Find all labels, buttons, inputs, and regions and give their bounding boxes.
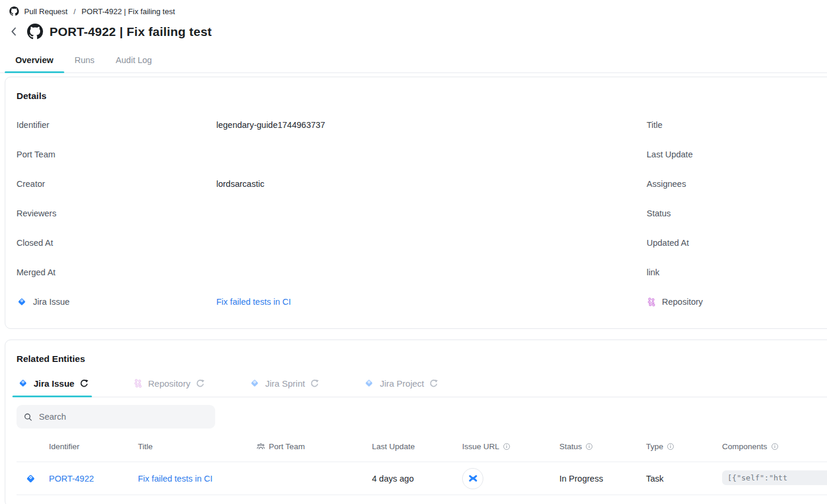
row-title-link[interactable]: Fix failed tests in CI <box>138 474 213 483</box>
github-icon <box>9 6 19 16</box>
jira-icon <box>364 378 374 388</box>
repository-icon <box>133 378 143 388</box>
identifier-value: legendary-guide1744963737 <box>216 120 647 130</box>
issue-url-icon <box>468 473 478 483</box>
detail-row-creator: Creator lordsarcastic <box>17 169 647 199</box>
tab-runs[interactable]: Runs <box>64 50 106 73</box>
related-entities-heading: Related Entities <box>17 340 827 364</box>
row-status: In Progress <box>559 474 646 483</box>
search-input[interactable] <box>38 411 208 422</box>
explore-graph-icon[interactable] <box>196 379 205 388</box>
detail-row-port-team: Port Team <box>17 140 647 169</box>
col-port-team[interactable]: Port Team <box>256 442 372 451</box>
detail-row-reviewers: Reviewers <box>17 199 647 228</box>
explore-graph-icon[interactable] <box>80 379 88 388</box>
table-row[interactable]: PORT-4922 Fix failed tests in CI 4 days … <box>17 462 827 495</box>
row-identifier-link[interactable]: PORT-4922 <box>49 474 94 483</box>
detail-row-updated-at: Updated At <box>647 228 827 258</box>
detail-row-last-update: Last Update <box>647 140 827 169</box>
issue-url-favicon-badge[interactable] <box>462 468 483 489</box>
detail-row-merged-at: Merged At <box>17 258 647 287</box>
info-icon[interactable] <box>585 443 593 450</box>
row-last-update: 4 days ago <box>372 474 462 483</box>
repository-icon <box>647 297 656 307</box>
search-icon <box>24 413 32 421</box>
detail-row-assignees: Assignees <box>647 169 827 199</box>
jira-issue-link[interactable]: Fix failed tests in CI <box>216 297 291 307</box>
details-left-column: Identifier legendary-guide1744963737 Por… <box>17 110 647 317</box>
col-title[interactable]: Title <box>138 442 256 451</box>
details-right-column: Title Last Update Assignees Status Updat… <box>647 110 827 317</box>
github-icon <box>27 24 43 39</box>
related-entities-card: Related Entities Jira Issue Repository J… <box>5 340 827 504</box>
explore-graph-icon[interactable] <box>310 379 319 388</box>
row-type: Task <box>646 474 722 483</box>
detail-row-identifier: Identifier legendary-guide1744963737 <box>17 110 647 140</box>
col-identifier[interactable]: Identifier <box>49 442 138 451</box>
jira-icon <box>25 473 37 485</box>
col-issue-url[interactable]: Issue URL <box>462 442 559 451</box>
team-icon <box>256 442 265 451</box>
breadcrumb-section[interactable]: Pull Request <box>24 7 68 16</box>
detail-row-title: Title <box>647 110 827 140</box>
details-card: Details Identifier legendary-guide174496… <box>5 77 827 329</box>
back-button[interactable] <box>7 25 21 38</box>
col-type[interactable]: Type <box>646 442 722 451</box>
tab-overview[interactable]: Overview <box>5 50 64 73</box>
breadcrumb-page: PORT-4922 | Fix failing test <box>81 7 174 16</box>
entity-tab-jira-sprint[interactable]: Jira Sprint <box>248 372 321 397</box>
detail-row-closed-at: Closed At <box>17 228 647 258</box>
entity-tab-repository[interactable]: Repository <box>132 372 206 397</box>
detail-row-link: link <box>647 258 827 287</box>
details-heading: Details <box>17 77 827 101</box>
info-icon[interactable] <box>771 443 779 450</box>
entity-tab-jira-project[interactable]: Jira Project <box>363 372 439 397</box>
table-header: Identifier Title Port Team Last Update I… <box>17 431 827 462</box>
jira-icon <box>249 378 260 388</box>
breadcrumb-separator: / <box>73 7 77 16</box>
row-components-chip[interactable]: [{"self":"htt <box>722 470 827 485</box>
jira-icon <box>17 297 27 307</box>
creator-value: lordsarcastic <box>216 179 647 189</box>
related-search[interactable] <box>17 405 215 429</box>
explore-graph-icon[interactable] <box>429 379 438 388</box>
title-row: PORT-4922 | Fix failing test <box>0 16 827 39</box>
tab-audit-log[interactable]: Audit Log <box>105 50 162 73</box>
breadcrumb: Pull Request / PORT-4922 | Fix failing t… <box>0 0 827 16</box>
detail-row-status: Status <box>647 199 827 228</box>
info-icon[interactable] <box>667 443 674 450</box>
top-tabs: Overview Runs Audit Log <box>0 50 827 73</box>
details-grid: Identifier legendary-guide1744963737 Por… <box>17 101 827 328</box>
related-entity-tabs: Jira Issue Repository Jira Sprint Jira P… <box>17 372 827 397</box>
jira-icon <box>18 378 28 388</box>
col-status[interactable]: Status <box>559 442 646 451</box>
col-last-update[interactable]: Last Update <box>372 442 462 451</box>
entity-tab-jira-issue[interactable]: Jira Issue <box>17 372 90 397</box>
page-title: PORT-4922 | Fix failing test <box>50 25 212 39</box>
detail-row-repository: Repository <box>647 287 827 317</box>
col-components[interactable]: Components <box>722 442 827 451</box>
info-icon[interactable] <box>503 443 510 450</box>
detail-row-jira-issue: Jira Issue Fix failed tests in CI <box>17 287 647 317</box>
